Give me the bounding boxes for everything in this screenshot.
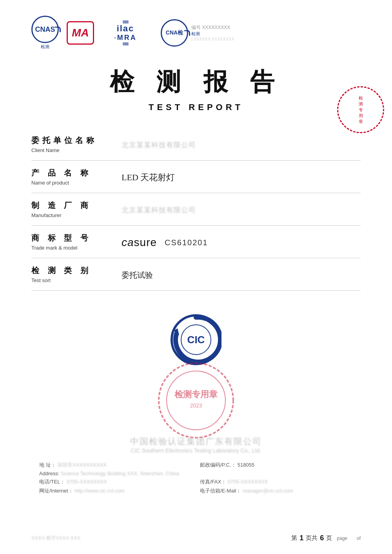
cnas-badge: CNAS [31, 16, 59, 43]
svg-text:检测专用章: 检测专用章 [174, 389, 218, 399]
trademark-row: 商 标 型 号 Trade mark & model casure CS6102… [31, 226, 361, 258]
address-left-1: 地 址： 深圳市XXXXXXXXXX [39, 462, 192, 469]
address-row-2: Address: Science Technology Building XXX… [39, 471, 353, 476]
test-sort-value: 委托试验 [110, 265, 361, 285]
client-name-label-zh: 委托单位名称 [31, 135, 110, 146]
test-sort-row: 检 测 类 别 Test sort 委托试验 [31, 258, 361, 291]
of-label-zh: 页共 [306, 534, 318, 542]
trademark-label: 商 标 型 号 Trade mark & model [31, 233, 110, 251]
address-right-1: 邮政编码/P.C.： 518055 [192, 462, 353, 469]
web-label: 网址/Internet： [39, 488, 73, 494]
seal-circle: 检测专用章 [337, 86, 384, 133]
address-left-4: 网址/Internet： http://www.cic.cct.com [39, 487, 192, 494]
ilac-wave-bottom: |||||||||||||||||||||||| [114, 42, 136, 45]
product-name-row: 产 品 名 称 Name of product LED 天花射灯 [31, 161, 361, 193]
company-en: CIC Southern Electronics Testing Laborat… [130, 447, 262, 454]
postal-label: 邮政编码/P.C.： [200, 462, 236, 468]
page-label-zh: 第 [291, 534, 297, 542]
brand-casure: casure [122, 236, 157, 249]
company-zh: 中国检验认证集团广东有限公司 [130, 436, 262, 447]
footer: XXXX 检字XXXX XXX 第 1 页共 6 页 page of [31, 534, 361, 542]
cna-code: LXXXXXX XXXXXXXX [191, 37, 234, 41]
page-number: 1 [299, 534, 303, 542]
addr-label: 地 址： [39, 462, 56, 468]
addr-en-value: Science Technology Building XXX, Shenzhe… [61, 471, 179, 476]
ilac-text: ilac [114, 24, 136, 34]
company-name-block: 中国检验认证集团广东有限公司 CIC Southern Electronics … [130, 436, 262, 454]
company-zh-blurred: 中国检验认证集团广东有限公司 [130, 436, 262, 446]
bottom-section: CIC 检测专用章 2023 中国检验认证集团广东有限公司 CIC Southe… [31, 314, 361, 496]
svg-text:2023: 2023 [190, 402, 202, 409]
manufacturer-value: 北京某某科技有限公司 [110, 200, 361, 220]
document-page: CNAS 检测 MA |||||||||||||||||||||||| ilac… [0, 0, 392, 554]
manufacturer-label-en: Manufacturer [31, 212, 110, 218]
svg-point-5 [167, 371, 225, 430]
cnas-text: CNAS [35, 25, 55, 34]
address-row-3: 电话/TEL： 0755-XXXXXXXX 传真/FAX： 0755-XXXXX… [39, 478, 353, 485]
cna-sub: 检测 [191, 31, 234, 37]
address-row-1: 地 址： 深圳市XXXXXXXXXX 邮政编码/P.C.： 518055 [39, 462, 353, 469]
client-name-label: 委托单位名称 Client Name [31, 135, 110, 153]
ma-logo: MA [67, 21, 94, 45]
product-name-label: 产 品 名 称 Name of product [31, 168, 110, 186]
cic-logo-svg: CIC [171, 314, 221, 365]
ma-text: MA [72, 27, 89, 39]
page-label-en: page [337, 536, 347, 541]
trademark-label-en: Trade mark & model [31, 245, 110, 251]
product-name-value: LED 天花射灯 [110, 168, 361, 187]
total-label-zh: 页 [326, 534, 332, 542]
cic-logo-container: CIC [171, 314, 221, 365]
company-en-blurred: CIC Southern Electronics Testing Laborat… [131, 447, 261, 454]
web-value: http://www.cic.cct.com [74, 488, 125, 494]
cnas-logo: CNAS 检测 [31, 16, 59, 50]
manufacturer-row: 制 造 厂 商 Manufacturer 北京某某科技有限公司 [31, 193, 361, 226]
postal-value: 518055 [238, 462, 254, 468]
ilac-inner: |||||||||||||||||||||||| ilac · MRA ||||… [114, 20, 136, 45]
email-value: manager@cic.cct.com [243, 488, 293, 494]
seal-text: 检测专用章 [359, 95, 363, 125]
address-row-4: 网址/Internet： http://www.cic.cct.com 电子信箱… [39, 487, 353, 494]
client-name-value: 北京某某科技有限公司 [110, 135, 361, 155]
test-sort-label-en: Test sort [31, 277, 110, 283]
manufacturer-blurred: 北京某某科技有限公司 [122, 205, 196, 215]
inspection-stamp-svg: 检测专用章 2023 [157, 361, 235, 440]
client-name-label-en: Client Name [31, 147, 110, 153]
fax-label: 传真/FAX： [200, 479, 226, 485]
address-left-2: Address: Science Technology Building XXX… [39, 471, 353, 476]
product-name-label-zh: 产 品 名 称 [31, 168, 110, 178]
cnas-sub: 检测 [41, 44, 49, 50]
stamp-area: 检测专用章 2023 [31, 369, 361, 432]
test-sort-label: 检 测 类 别 Test sort [31, 265, 110, 283]
main-title-en: TEST REPORT [31, 102, 361, 112]
ilac-wave-top: |||||||||||||||||||||||| [114, 20, 136, 24]
client-name-blurred: 北京某某科技有限公司 [122, 140, 196, 150]
of-word: of [357, 536, 361, 541]
address-right-4: 电子信箱/E-Mail： manager@cic.cct.com [192, 487, 353, 494]
cna-right-logo: CNA检 编号 XXXXXXXXX 检测 LXXXXXX XXXXXXXX [161, 19, 234, 47]
footer-right: 第 1 页共 6 页 page of [291, 534, 361, 542]
tel-label: 电话/TEL： [39, 479, 65, 485]
footer-left-text: XXXX 检字XXXX XXX [31, 535, 80, 541]
product-name-label-en: Name of product [31, 180, 110, 186]
addr-en-label: Address: [39, 471, 59, 476]
trademark-label-zh: 商 标 型 号 [31, 233, 110, 243]
cna-right-text: CNA检 [166, 29, 183, 36]
tel-value: 0755-XXXXXXXX [67, 479, 107, 485]
total-pages: 6 [320, 534, 324, 542]
client-name-row: 委托单位名称 Client Name 北京某某科技有限公司 [31, 128, 361, 161]
stamp-container: 检测专用章 2023 [137, 369, 255, 432]
mra-text: MRA [117, 34, 137, 42]
logo-area: CNAS 检测 MA |||||||||||||||||||||||| ilac… [31, 16, 361, 54]
cna-regnum: 编号 XXXXXXXXX [191, 24, 234, 31]
svg-text:CIC: CIC [187, 334, 205, 346]
manufacturer-label: 制 造 厂 商 Manufacturer [31, 200, 110, 218]
footer-left: XXXX 检字XXXX XXX [31, 535, 80, 541]
ilac-logo: |||||||||||||||||||||||| ilac · MRA ||||… [102, 20, 149, 45]
email-label: 电子信箱/E-Mail： [200, 488, 241, 494]
info-table: 委托单位名称 Client Name 北京某某科技有限公司 产 品 名 称 Na… [31, 128, 361, 291]
manufacturer-label-zh: 制 造 厂 商 [31, 200, 110, 211]
model-number: CS610201 [165, 238, 208, 247]
addr-value: 深圳市XXXXXXXXXX [57, 462, 107, 468]
address-left-3: 电话/TEL： 0755-XXXXXXXX [39, 478, 192, 485]
ma-badge: MA [67, 21, 94, 45]
